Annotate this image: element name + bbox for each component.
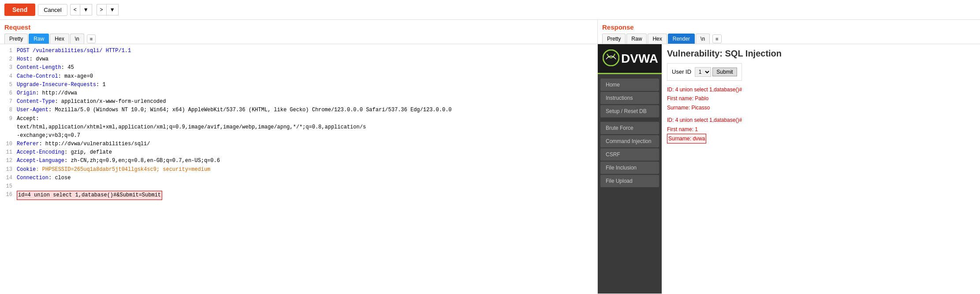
sidebar-item[interactable]: CSRF bbox=[600, 148, 659, 161]
forward-dropdown-button[interactable]: ▼ bbox=[106, 4, 119, 15]
line-content: Content-Type: application/x-www-form-url… bbox=[17, 98, 166, 106]
user-id-form: User ID 1 Submit bbox=[667, 63, 742, 81]
header-value: : 1 bbox=[96, 82, 106, 88]
back-button[interactable]: < bbox=[70, 4, 80, 15]
line-number: 8 bbox=[3, 106, 12, 114]
line-content: Accept-Encoding: gzip, deflate bbox=[17, 148, 112, 157]
forward-button[interactable]: > bbox=[97, 4, 106, 15]
back-dropdown-button[interactable]: ▼ bbox=[80, 4, 92, 15]
header-key: Upgrade-Insecure-Requests bbox=[17, 82, 96, 88]
request-code-area[interactable]: 1POST /vulnerabilities/sqli/ HTTP/1.12Ho… bbox=[0, 44, 597, 294]
header-value: : application/x-www-form-urlencoded bbox=[55, 98, 166, 105]
user-id-select[interactable]: 1 bbox=[695, 67, 711, 77]
toolbar: Send Cancel < ▼ > ▼ bbox=[0, 0, 980, 20]
tab-resp-hex[interactable]: Hex bbox=[648, 34, 667, 44]
header-key: Cache-Control bbox=[17, 73, 58, 79]
line-number: 10 bbox=[3, 140, 12, 148]
result-id: ID: 4 union select 1,database()# bbox=[667, 116, 975, 124]
result-firstname: First name: Pablo bbox=[667, 94, 975, 103]
code-line: 13Cookie: PHPSESSID=265uq1a8dabr5jt04llg… bbox=[0, 166, 597, 174]
dvwa-logo-text: DVWA bbox=[621, 52, 658, 66]
header-value: : http://dvwa bbox=[36, 90, 77, 96]
tab-newline[interactable]: \n bbox=[70, 34, 84, 44]
highlighted-surname: Surname: dvwa bbox=[667, 134, 706, 143]
response-panel: Response Pretty Raw Hex Render \n ≡ bbox=[598, 20, 980, 294]
header-key: Host bbox=[17, 56, 30, 62]
result-firstname: First name: 1 bbox=[667, 125, 975, 134]
code-line: 5Upgrade-Insecure-Requests: 1 bbox=[0, 81, 597, 89]
tab-hex[interactable]: Hex bbox=[50, 34, 69, 44]
line-number: 14 bbox=[3, 174, 12, 182]
header-value: : http://dvwa/vulnerabilities/sqli/ bbox=[39, 141, 150, 147]
line-number: 1 bbox=[3, 47, 12, 55]
tab-raw[interactable]: Raw bbox=[29, 34, 49, 44]
line-number: 2 bbox=[3, 55, 12, 64]
code-line: 16id=4 union select 1,database()#&Submit… bbox=[0, 191, 597, 200]
sidebar-item[interactable]: Command Injection bbox=[600, 135, 659, 147]
sidebar-item[interactable]: Instructions bbox=[600, 92, 659, 104]
header-key: Connection bbox=[17, 175, 48, 181]
line-number: 3 bbox=[3, 64, 12, 72]
response-render-area: DVWA HomeInstructionsSetup / Reset DBBru… bbox=[598, 44, 980, 294]
line-number: 6 bbox=[3, 89, 12, 98]
code-line: 12Accept-Language: zh-CN,zh;q=0.9,en;q=0… bbox=[0, 157, 597, 165]
header-key: User-Agent bbox=[17, 107, 48, 113]
request-tab-bar: Pretty Raw Hex \n ≡ bbox=[0, 33, 597, 44]
results-area: ID: 4 union select 1,database()#First na… bbox=[667, 85, 975, 143]
form-label: User ID bbox=[672, 68, 691, 75]
line-content: Accept-Language: zh-CN,zh;q=0.9,en;q=0.8… bbox=[17, 157, 220, 165]
response-menu-icon[interactable]: ≡ bbox=[712, 34, 721, 43]
header-value: : 45 bbox=[61, 64, 74, 71]
code-line: 11Accept-Encoding: gzip, deflate bbox=[0, 148, 597, 157]
result-surname: Surname: Picasso bbox=[667, 103, 975, 112]
line-number: 4 bbox=[3, 72, 12, 81]
header-value: : close bbox=[48, 175, 71, 181]
code-line: 1POST /vulnerabilities/sqli/ HTTP/1.1 bbox=[0, 47, 597, 55]
submit-button[interactable]: Submit bbox=[712, 68, 737, 76]
code-line: 10Referer: http://dvwa/vulnerabilities/s… bbox=[0, 140, 597, 148]
request-menu-icon[interactable]: ≡ bbox=[87, 34, 96, 43]
code-line: 15 bbox=[0, 182, 597, 191]
header-value: : zh-CN,zh;q=0.9,en;q=0.8,en-GB;q=0.7,en… bbox=[64, 158, 220, 164]
tab-resp-newline[interactable]: \n bbox=[696, 34, 710, 44]
header-key: Content-Length bbox=[17, 64, 61, 71]
tab-resp-raw[interactable]: Raw bbox=[626, 34, 647, 44]
send-button[interactable]: Send bbox=[4, 4, 35, 16]
header-key: Origin bbox=[17, 90, 36, 96]
tab-resp-pretty[interactable]: Pretty bbox=[602, 34, 626, 44]
sidebar-item[interactable]: Home bbox=[600, 79, 659, 91]
line-content: Referer: http://dvwa/vulnerabilities/sql… bbox=[17, 140, 150, 148]
forward-nav-group: > ▼ bbox=[95, 4, 119, 15]
code-line: 9Accept: text/html,application/xhtml+xml… bbox=[0, 115, 597, 140]
header-key: Cookie bbox=[17, 166, 36, 173]
line-number: 16 bbox=[3, 191, 12, 200]
dvwa-logo-icon bbox=[603, 49, 619, 66]
vulnerability-title: Vulnerability: SQL Injection bbox=[667, 49, 975, 59]
line-content: Cache-Control: max-age=0 bbox=[17, 72, 93, 81]
highlighted-payload: id=4 union select 1,database()#&Submit=S… bbox=[17, 191, 162, 200]
line-number: 15 bbox=[3, 182, 12, 191]
header-value: : dvwa bbox=[30, 56, 48, 62]
request-panel-title: Request bbox=[0, 20, 597, 33]
code-line: 3Content-Length: 45 bbox=[0, 64, 597, 72]
line-number: 12 bbox=[3, 157, 12, 165]
line-content: Cookie: PHPSESSID=265uq1a8dabr5jt04llgsk… bbox=[17, 166, 210, 174]
code-line: 2Host: dvwa bbox=[0, 55, 597, 64]
header-key: Content-Type bbox=[17, 98, 55, 105]
dvwa-main-content: Vulnerability: SQL Injection User ID 1 S… bbox=[662, 44, 980, 294]
tab-pretty[interactable]: Pretty bbox=[4, 34, 28, 44]
dvwa-sidebar: DVWA HomeInstructionsSetup / Reset DBBru… bbox=[598, 44, 662, 294]
code-line: 4Cache-Control: max-age=0 bbox=[0, 72, 597, 81]
sidebar-item[interactable]: Brute Force bbox=[600, 122, 659, 134]
cancel-button[interactable]: Cancel bbox=[38, 4, 67, 16]
line-content: Accept: text/html,application/xhtml+xml,… bbox=[17, 115, 366, 140]
sidebar-item[interactable]: Setup / Reset DB bbox=[600, 105, 659, 117]
line-content: POST /vulnerabilities/sqli/ HTTP/1.1 bbox=[17, 47, 131, 55]
tab-resp-render[interactable]: Render bbox=[668, 34, 695, 44]
sidebar-item[interactable]: File Inclusion bbox=[600, 162, 659, 174]
result-block: ID: 4 union select 1,database()#First na… bbox=[667, 85, 975, 112]
sidebar-item[interactable]: File Upload bbox=[600, 175, 659, 187]
header-key: Accept-Language bbox=[17, 158, 64, 164]
header-value: : max-age=0 bbox=[58, 73, 93, 79]
header-value: : Mozilla/5.0 (Windows NT 10.0; Win64; x… bbox=[48, 107, 452, 113]
